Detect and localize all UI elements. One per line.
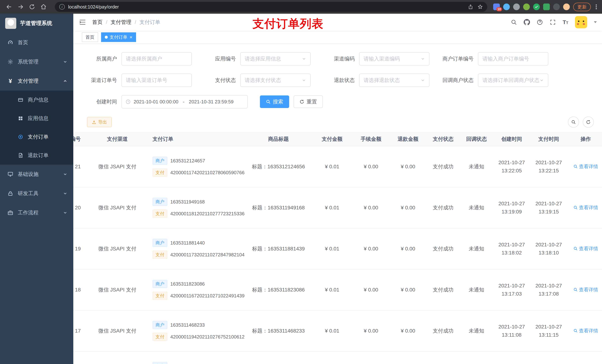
font-size-icon[interactable]: TT [563,20,568,25]
sidebar-item-merchant-info[interactable]: 商户信息 [0,91,73,109]
tab-pay-order[interactable]: 支付订单 × [101,32,136,42]
page-content: 所属商户 应用编号 请选择应用信息 渠道编码 请输入渠道编码 [73,44,602,364]
export-button[interactable]: 导出 [87,117,112,127]
cell-title: 标题：1635311949168 [245,187,312,228]
cell-pay-amount [312,351,353,364]
active-dot-icon [105,36,108,39]
cell-id: 17 [73,310,86,351]
callback-status-filter-select[interactable]: 请选择订单回调商户状态 [478,74,548,87]
reload-icon[interactable] [29,4,35,10]
toggle-search-button[interactable] [568,116,579,128]
cell-create-time [493,351,530,364]
col-id: 编号 [73,132,86,146]
create-time-filter-label: 创建时间 [79,98,121,105]
sidebar-item-pay-order[interactable]: 支付订单 [0,128,73,146]
gear-icon [7,59,13,65]
tab-close-icon[interactable]: × [129,35,132,40]
channel-order-no: 4200001167202110271022491439 [170,293,245,299]
view-detail-link[interactable]: 查看详情 [573,245,598,252]
orders-table: 编号 支付渠道 支付订单 商品标题 支付金额 手续金额 退款金额 支付状态 回调… [73,132,602,364]
cell-pay-order: 商户 1635312124657 支付 42000011742021102780… [149,146,245,187]
search-button[interactable]: 搜索 [260,95,289,108]
tags-view-bar: 首页 支付订单 × [73,31,602,44]
forward-icon[interactable] [17,4,24,10]
view-detail-link[interactable]: 查看详情 [573,204,598,211]
url-text[interactable]: localhost:1024/pay/order [68,4,468,10]
table-row: 21 微信 JSAPI 支付 商户 1635312124657 支付 [73,146,602,187]
chevron-down-icon [63,172,67,177]
col-refund-amount: 退款金额 [389,132,427,146]
table-header-row: 编号 支付渠道 支付订单 商品标题 支付金额 手续金额 退款金额 支付状态 回调… [73,132,602,146]
chevron-down-icon [420,57,425,61]
cell-actions: 查看详情 [567,187,602,228]
search-icon [571,120,576,125]
cell-create-time: 2021-10-27 13:11:08 [493,310,530,351]
merchant-tag: 商户 [152,362,167,364]
breadcrumb-home[interactable]: 首页 [92,19,103,26]
sidebar-item-payment[interactable]: ¥ 支付管理 [0,71,73,91]
back-icon[interactable] [6,4,12,10]
date-start[interactable]: 2021-10-01 00:00:00 [134,99,178,105]
sidebar-item-system[interactable]: 系统管理 [0,52,73,71]
help-icon[interactable] [537,19,543,25]
profile-memoji-icon[interactable] [563,3,570,10]
extensions-puzzle-icon[interactable] [553,3,560,10]
view-detail-link[interactable]: 查看详情 [573,328,598,334]
sidebar-item-infra[interactable]: 基础设施 [0,165,73,184]
date-end[interactable]: 2021-10-31 23:59:59 [189,99,233,105]
cell-title: 标题：1635311823086 [245,269,312,310]
extension-drop-icon[interactable] [503,3,510,10]
pay-status-filter-select[interactable]: 请选择支付状态 [240,74,311,87]
pay-status-filter-label: 支付状态 [198,77,240,84]
search-icon[interactable] [511,19,517,25]
cell-fee-amount: ¥ 0.00 [353,228,389,269]
download-icon [92,120,96,124]
refresh-icon [300,99,304,104]
cell-id: 19 [73,228,86,269]
app-id-filter-select[interactable]: 请选择应用信息 [240,52,311,65]
tab-home[interactable]: 首页 [82,32,98,42]
table-row: 17 微信 JSAPI 支付 商户 1635311468233 支付 [73,310,602,351]
bookmark-star-icon[interactable] [478,4,483,10]
refresh-table-button[interactable] [583,116,594,128]
user-caret-icon[interactable] [594,21,597,23]
cell-notify-status: 未通知 [460,228,493,269]
cell-pay-amount: ¥ 0.01 [312,146,353,187]
refund-status-filter-select[interactable]: 请选择退款状态 [359,74,430,87]
target-icon [18,134,23,140]
sidebar-item-refund-order[interactable]: 退款订单 [0,146,73,165]
view-detail-link[interactable]: 查看详情 [573,163,598,170]
reset-button[interactable]: 重置 [294,95,323,108]
fullscreen-icon[interactable] [550,19,556,25]
cell-pay-status: 支付成功 [427,146,460,187]
github-icon[interactable] [524,19,530,25]
extension-icon[interactable]: 10 [493,3,500,10]
sidebar-item-dev-tools[interactable]: 研发工具 [0,184,73,203]
hamburger-icon[interactable] [79,19,86,26]
extension-chat-icon[interactable] [543,3,550,10]
merchant-order-no-filter-input[interactable] [478,52,548,65]
sidebar-item-app-info[interactable]: 应用信息 [0,109,73,128]
cell-refund-amount: ¥ 0.00 [389,228,427,269]
share-icon[interactable] [468,4,473,10]
browser-menu-icon[interactable] [594,4,598,9]
merchant-filter-input[interactable] [121,52,192,65]
sidebar-item-workflow[interactable]: 工作流程 [0,203,73,222]
extension-green-icon[interactable] [523,3,530,10]
view-detail-link[interactable]: 查看详情 [573,287,598,293]
create-time-range-picker[interactable]: 2021-10-01 00:00:00 - 2021-10-31 23:59:5… [121,95,248,108]
address-bar[interactable]: i localhost:1024/pay/order [55,2,487,12]
channel-order-no-filter-input[interactable] [121,74,192,87]
home-icon[interactable] [40,4,47,10]
extension-check-icon[interactable] [533,3,540,10]
breadcrumb-pay-mgmt[interactable]: 支付管理 [111,19,131,26]
logo-title: 芋道管理系统 [20,20,52,27]
chrome-update-button[interactable]: 更新 [573,3,591,11]
sidebar-item-home[interactable]: 首页 [0,33,73,52]
cell-pay-amount: ¥ 0.01 [312,310,353,351]
extension-gray-icon[interactable] [513,3,520,10]
user-avatar[interactable] [575,16,587,28]
channel-code-filter-select[interactable]: 请输入渠道编码 [359,52,430,65]
logo[interactable]: 芋道管理系统 [0,14,73,33]
site-info-icon[interactable]: i [59,4,65,10]
